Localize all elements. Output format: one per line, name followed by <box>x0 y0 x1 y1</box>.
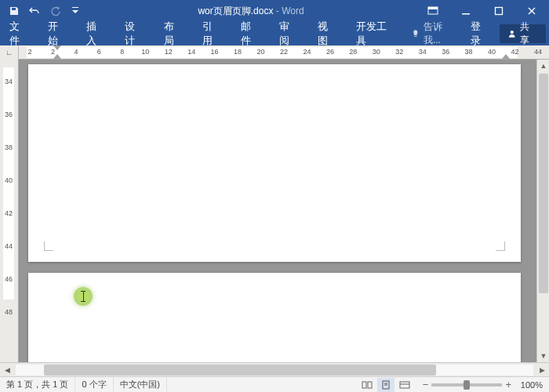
tab-references[interactable]: 引用 <box>193 22 231 45</box>
ruler-h-tick: 24 <box>303 48 311 56</box>
ruler-h-tick: 32 <box>395 48 403 56</box>
undo-button[interactable] <box>25 2 44 20</box>
ruler-corner: ∟ <box>0 45 19 60</box>
tell-me-search[interactable]: 告诉我... <box>405 22 464 45</box>
document-area[interactable] <box>19 60 536 362</box>
ruler-h-tick: 42 <box>511 48 519 56</box>
vscroll-thumb[interactable] <box>539 74 548 293</box>
horizontal-ruler[interactable]: ∟ 22468101214161820222426283032343638404… <box>0 45 549 60</box>
page-1[interactable] <box>28 64 521 262</box>
page-2[interactable] <box>28 273 521 362</box>
share-button[interactable]: 共享 <box>500 24 546 43</box>
ruler-h-tick: 30 <box>373 48 380 56</box>
status-page[interactable]: 第 1 页，共 1 页 <box>0 377 75 392</box>
view-switcher <box>355 378 416 392</box>
close-button[interactable] <box>516 0 547 22</box>
svg-rect-10 <box>400 382 409 388</box>
svg-rect-2 <box>462 13 470 15</box>
ruler-h-tick: 38 <box>465 48 473 56</box>
tab-design[interactable]: 设计 <box>115 22 154 45</box>
svg-rect-6 <box>368 382 372 388</box>
ruler-v-tick: 40 <box>5 176 13 184</box>
window-controls <box>417 0 549 22</box>
person-icon <box>507 29 517 38</box>
ribbon-options-button[interactable] <box>417 0 449 22</box>
title-bar: wor页眉页脚.docx - Word <box>0 0 549 22</box>
share-label: 共享 <box>520 20 538 47</box>
tab-insert[interactable]: 插入 <box>77 22 115 45</box>
ruler-v-tick: 48 <box>5 308 13 316</box>
ruler-h-tick: 2 <box>27 48 31 56</box>
minimize-button[interactable] <box>450 0 482 22</box>
ruler-h-tick: 36 <box>442 48 449 56</box>
tab-file[interactable]: 文件 <box>0 22 38 45</box>
ruler-v-tick: 34 <box>5 78 13 85</box>
svg-rect-5 <box>362 382 366 388</box>
text-cursor-icon <box>83 291 84 302</box>
tell-me-label: 告诉我... <box>424 20 458 47</box>
cursor-highlight <box>74 287 93 306</box>
page-gap <box>28 263 521 271</box>
tab-developer[interactable]: 开发工具 <box>347 22 405 45</box>
ruler-v-tick: 46 <box>5 275 13 283</box>
document-workspace: 3436384042444648 ▲ ▼ <box>0 60 549 362</box>
ruler-h-tick: 20 <box>257 48 265 56</box>
scroll-up-button[interactable]: ▲ <box>537 60 549 72</box>
redo-button[interactable] <box>45 2 64 20</box>
print-layout-button[interactable] <box>377 378 394 392</box>
tab-view[interactable]: 视图 <box>308 22 347 45</box>
ruler-v-tick: 36 <box>5 111 13 118</box>
ruler-h-tick: 40 <box>488 48 496 56</box>
vertical-ruler[interactable]: 3436384042444648 <box>0 60 19 362</box>
ruler-v-tick: 44 <box>5 242 13 250</box>
ruler-h-tick: 2 <box>51 48 55 56</box>
hscroll-thumb[interactable] <box>44 365 436 376</box>
ruler-h-tick: 44 <box>534 48 542 56</box>
margin-corner-br <box>496 241 505 251</box>
margin-corner-bl <box>44 241 53 251</box>
ruler-v-tick: 38 <box>5 143 13 151</box>
ruler-h-tick: 28 <box>349 48 357 56</box>
horizontal-scrollbar[interactable]: ◀ ▶ <box>0 362 549 376</box>
read-mode-button[interactable] <box>358 378 376 392</box>
lightbulb-icon <box>411 29 420 38</box>
tab-review[interactable]: 审阅 <box>270 22 308 45</box>
zoom-slider[interactable] <box>431 383 502 387</box>
right-indent-marker[interactable] <box>502 54 510 59</box>
scroll-left-button[interactable]: ◀ <box>0 363 14 377</box>
tab-home[interactable]: 开始 <box>38 22 77 45</box>
ruler-h-tick: 6 <box>97 48 101 56</box>
ruler-v-tick: 42 <box>5 209 13 217</box>
zoom-value[interactable]: 100% <box>514 380 543 390</box>
scroll-down-button[interactable]: ▼ <box>537 350 549 362</box>
login-button[interactable]: 登录 <box>464 22 496 45</box>
svg-rect-1 <box>428 7 438 9</box>
app-name: Word <box>282 5 304 16</box>
ruler-h-tick: 18 <box>234 48 242 56</box>
qat-customize-button[interactable] <box>66 2 85 20</box>
quick-access-toolbar <box>0 2 85 20</box>
status-word-count[interactable]: 0 个字 <box>75 377 113 392</box>
tab-layout[interactable]: 布局 <box>155 22 193 45</box>
hscroll-track[interactable] <box>16 365 533 376</box>
vertical-scrollbar[interactable]: ▲ ▼ <box>536 60 549 362</box>
ribbon-tabs: 文件 开始 插入 设计 布局 引用 邮件 审阅 视图 开发工具 告诉我... 登… <box>0 22 549 45</box>
ruler-h-scale[interactable]: 2246810121416182022242628303234363840424… <box>19 45 549 60</box>
scroll-right-button[interactable]: ▶ <box>535 363 549 377</box>
save-button[interactable] <box>5 2 24 20</box>
doc-name: wor页眉页脚.docx <box>198 5 273 16</box>
maximize-button[interactable] <box>483 0 514 22</box>
tab-mailings[interactable]: 邮件 <box>231 22 270 45</box>
ruler-h-tick: 4 <box>74 48 78 56</box>
ruler-h-tick: 8 <box>120 48 124 56</box>
ruler-h-tick: 26 <box>326 48 334 56</box>
zoom-out-button[interactable]: − <box>423 379 429 390</box>
web-layout-button[interactable] <box>396 378 413 392</box>
ruler-h-tick: 12 <box>165 48 173 56</box>
zoom-in-button[interactable]: + <box>505 379 511 390</box>
window-title: wor页眉页脚.docx - Word <box>85 5 417 18</box>
zoom-slider-knob[interactable] <box>464 380 470 390</box>
svg-point-4 <box>511 31 514 34</box>
svg-rect-3 <box>496 8 503 15</box>
status-language[interactable]: 中文(中国) <box>114 377 167 392</box>
